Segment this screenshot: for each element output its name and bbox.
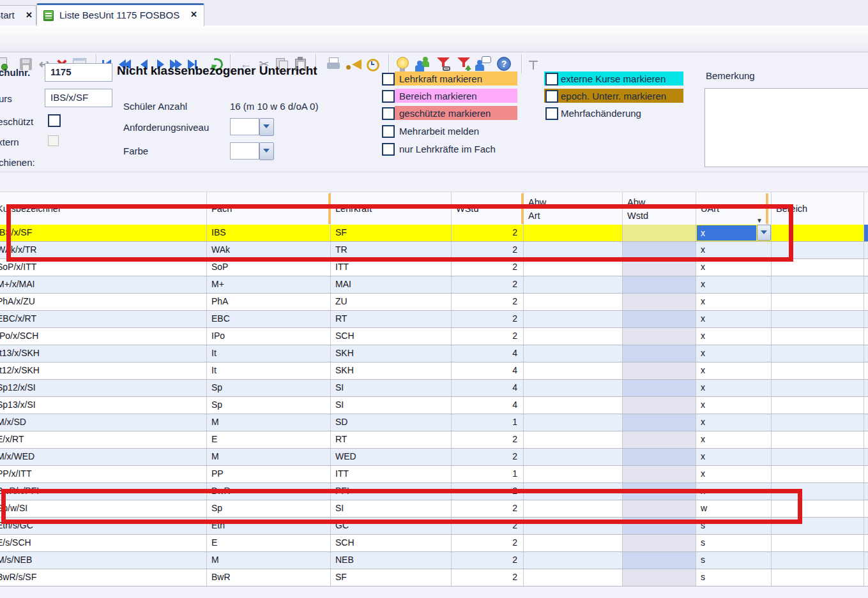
cell-wstd[interactable]: 2 <box>452 552 524 569</box>
cell-kursbezeichner[interactable]: PP/x/ITT <box>0 466 207 482</box>
cell-lehrkraft[interactable]: RT <box>331 311 452 327</box>
cell-abw_art[interactable] <box>524 569 623 586</box>
tab-liste-besunt[interactable]: Liste BesUnt 1175 FOSBOS ✕ <box>36 3 204 26</box>
cell-fach[interactable]: PP <box>207 466 331 482</box>
cell-wstd[interactable]: 4 <box>452 380 524 396</box>
cell-fach[interactable]: It <box>207 345 331 362</box>
users-icon[interactable] <box>415 56 432 73</box>
cell-wstd[interactable]: 2 <box>452 328 524 345</box>
cell-kursbezeichner[interactable]: Sp13/x/SI <box>0 397 207 414</box>
cell-kursbezeichner[interactable]: It12/x/SKH <box>0 363 207 379</box>
tab-start-close-icon[interactable]: ✕ <box>26 10 33 20</box>
cell-bereich[interactable] <box>772 449 864 465</box>
cell-jgst[interactable] <box>864 363 868 379</box>
anforderungsniveau-select[interactable] <box>230 118 273 135</box>
cell-lehrkraft[interactable]: SCH <box>331 328 452 345</box>
cell-bereich[interactable] <box>772 552 864 569</box>
cell-fach[interactable]: E <box>207 535 331 551</box>
cell-wstd[interactable]: 2 <box>452 311 524 327</box>
cell-fach[interactable]: EBC <box>207 311 331 327</box>
cell-jgst[interactable] <box>864 380 868 396</box>
tab-start[interactable]: Start ✕ <box>0 5 36 25</box>
cell-uart[interactable]: s <box>696 552 772 569</box>
cell-jgst[interactable] <box>864 483 868 500</box>
cell-jgst[interactable] <box>864 535 868 551</box>
cell-kursbezeichner[interactable]: EBC/x/RT <box>0 311 207 327</box>
cell-uart[interactable]: x <box>696 431 772 448</box>
cell-jgst[interactable] <box>864 397 868 414</box>
cell-jgst[interactable] <box>864 328 868 345</box>
farbe-dropdown-button[interactable] <box>259 142 274 160</box>
cell-jgst[interactable] <box>864 225 868 241</box>
cell-kursbezeichner[interactable]: M+/x/MAI <box>0 276 207 293</box>
cell-abw_art[interactable] <box>524 397 623 414</box>
kurs-input[interactable]: IBS/x/SF <box>45 89 112 107</box>
cell-bereich[interactable] <box>772 311 864 327</box>
cell-lehrkraft[interactable]: SF <box>331 569 452 586</box>
cell-bereich[interactable] <box>772 466 864 482</box>
cell-jgst[interactable] <box>864 259 868 276</box>
cell-bereich[interactable] <box>772 431 864 448</box>
cell-abw_art[interactable] <box>524 294 623 310</box>
cell-wstd[interactable]: 2 <box>452 535 524 551</box>
cell-uart[interactable]: x <box>696 363 772 379</box>
table-row[interactable]: SoP/x/ITTSoPITT2x <box>0 259 868 276</box>
user-comment-icon[interactable] <box>475 56 492 73</box>
cell-jgst[interactable] <box>864 431 868 448</box>
cell-jgst[interactable] <box>864 294 868 310</box>
table-row[interactable]: It13/x/SKHItSKH4x <box>0 345 868 363</box>
cell-lehrkraft[interactable]: SI <box>331 380 452 396</box>
cell-abw_wstd[interactable] <box>623 414 696 431</box>
cell-uart[interactable]: x <box>696 466 772 482</box>
cell-jgst[interactable] <box>864 276 868 293</box>
hint-bulb-icon[interactable] <box>395 56 411 73</box>
cell-uart[interactable]: x <box>696 414 772 431</box>
cell-bereich[interactable] <box>772 569 864 586</box>
cell-abw_art[interactable] <box>524 345 623 362</box>
cell-fach[interactable]: M <box>207 414 331 431</box>
cell-uart[interactable]: x <box>696 449 772 465</box>
column-header-jgst[interactable]: J <box>864 192 868 225</box>
cell-fach[interactable]: Sp <box>207 380 331 396</box>
cell-abw_art[interactable] <box>524 466 623 482</box>
cell-lehrkraft[interactable]: WED <box>331 449 452 465</box>
cell-jgst[interactable] <box>864 518 868 534</box>
cell-bereich[interactable] <box>772 535 864 551</box>
cell-kursbezeichner[interactable]: M/s/NEB <box>0 552 207 569</box>
cell-lehrkraft[interactable]: SD <box>331 414 452 431</box>
cell-fach[interactable]: IPo <box>207 328 331 345</box>
cell-abw_wstd[interactable] <box>623 466 696 482</box>
table-row[interactable]: M+/x/MAIM+MAI2x <box>0 276 868 294</box>
cell-uart[interactable]: s <box>696 535 772 551</box>
geschuetzt-checkbox[interactable] <box>48 114 61 127</box>
cell-abw_art[interactable] <box>524 431 623 448</box>
schulnr-input[interactable]: 1175 <box>45 63 112 82</box>
marker-checkbox-left-4[interactable] <box>382 143 395 156</box>
cell-abw_wstd[interactable] <box>623 535 696 551</box>
cell-abw_wstd[interactable] <box>623 311 696 327</box>
cell-bereich[interactable] <box>772 345 864 362</box>
cell-fach[interactable]: M <box>207 449 331 465</box>
horn-icon[interactable] <box>345 56 362 73</box>
marker-checkbox-right-2[interactable] <box>545 107 558 120</box>
cell-abw_art[interactable] <box>524 276 623 293</box>
cell-lehrkraft[interactable]: SI <box>331 397 452 414</box>
cell-uart[interactable]: x <box>696 294 772 310</box>
cell-uart[interactable]: x <box>696 311 772 327</box>
cell-abw_wstd[interactable] <box>623 328 696 345</box>
cell-bereich[interactable] <box>772 397 864 414</box>
farbe-select[interactable] <box>230 142 273 160</box>
cell-bereich[interactable] <box>772 328 864 345</box>
cell-lehrkraft[interactable]: ITT <box>331 466 452 482</box>
cell-abw_art[interactable] <box>524 311 623 327</box>
cell-jgst[interactable] <box>864 552 868 569</box>
marker-checkbox-left-1[interactable] <box>382 90 395 103</box>
cell-kursbezeichner[interactable]: BwR/s/SF <box>0 569 207 586</box>
cell-wstd[interactable]: 2 <box>452 276 524 293</box>
cell-jgst[interactable] <box>864 500 868 517</box>
anforderungsniveau-dropdown-button[interactable] <box>259 118 274 136</box>
cell-uart[interactable]: s <box>696 569 772 586</box>
cell-fach[interactable]: It <box>207 363 331 379</box>
marker-checkbox-left-3[interactable] <box>382 125 395 138</box>
cell-bereich[interactable] <box>772 276 864 293</box>
